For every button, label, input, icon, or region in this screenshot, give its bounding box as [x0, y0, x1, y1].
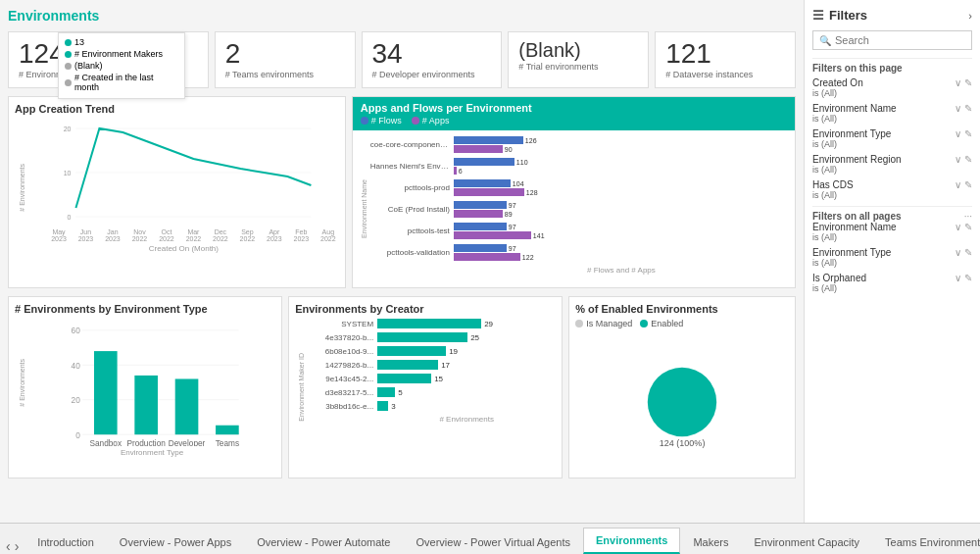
flow-bar-row: 97 [454, 201, 516, 209]
on-all-label: Filters on all pages [812, 211, 902, 222]
creator-name: 4e337820-b... [307, 333, 377, 342]
env-by-creator-card: Environments by Creator Environment Make… [288, 296, 563, 478]
tab-overview-power-virtual-agents[interactable]: Overview - Power Virtual Agents [404, 529, 584, 554]
kpi-teams: 2 # Teams environments [215, 31, 356, 88]
flow-bar [454, 223, 507, 230]
tab-makers[interactable]: Makers [680, 529, 741, 554]
legend-apps-label: # Apps [422, 116, 450, 126]
filter-all-item-is-orphaned: Is Orphaned ∨ ✎ is (All) [812, 273, 972, 293]
flow-bar [454, 244, 507, 252]
act-svg: 20 10 0 [28, 119, 339, 227]
flow-val: 110 [516, 159, 528, 166]
af-row: Hannes Niemi's Environment 110 6 [370, 158, 789, 175]
donut-chart: 124 (100%) [575, 334, 789, 472]
af-row: pcttools-prod 104 128 [370, 179, 789, 196]
filter-value: is (All) [812, 190, 972, 200]
creator-row: 3b8bd16c-e...3 [307, 401, 556, 411]
ebt-y-label: # Environments [19, 359, 25, 407]
ebc-y-label: Environment Maker ID [298, 353, 305, 422]
kpi-trial: (Blank) # Trial environments [508, 31, 649, 88]
app-bar-row: 141 [454, 231, 545, 239]
filters-sidebar: ☰ Filters › 🔍 Filters on this page Creat… [804, 0, 980, 523]
pct-enabled-title: % of Enabled Environments [575, 303, 789, 315]
creator-row: d3e83217-5...5 [307, 387, 556, 397]
apps-flows-card: Apps and Flows per Environment # Flows #… [352, 96, 796, 288]
tabs-container: IntroductionOverview - Power AppsOvervie… [24, 528, 980, 554]
flow-bar-row: 104 [454, 179, 538, 187]
dot-icon [65, 63, 72, 70]
tab-teams-environments[interactable]: Teams Environments [872, 529, 980, 554]
flow-bar [454, 136, 523, 144]
creator-name: 9e143c45-2... [307, 375, 377, 383]
filter-name: Is Orphaned [812, 273, 866, 283]
creator-val: 29 [484, 320, 493, 328]
flow-bar-row: 126 [454, 136, 537, 144]
creator-bar [377, 319, 481, 328]
tab-introduction[interactable]: Introduction [24, 529, 106, 554]
sidebar-collapse-icon[interactable]: › [968, 10, 972, 22]
af-bars-wrap: 97 89 [454, 201, 516, 218]
on-all-more-icon[interactable]: ··· [964, 211, 972, 222]
search-box[interactable]: 🔍 [812, 30, 972, 50]
filter-item-environment-type: Environment Type ∨ ✎ is (All) [812, 128, 972, 149]
flow-val: 97 [509, 224, 516, 230]
tab-environments[interactable]: Environments [583, 528, 680, 554]
env-by-type-card: # Environments by Environment Type # Env… [8, 296, 282, 478]
vbar-rect [175, 378, 199, 434]
tab-prev-btn[interactable]: ‹ [4, 538, 13, 554]
filter-value: is (All) [812, 114, 972, 124]
af-x-label: # Flows and # Apps [370, 266, 789, 275]
filter-name: Environment Name [812, 222, 897, 232]
on-page-filters: Created On ∨ ✎ is (All) Environment Name… [812, 77, 972, 200]
af-bars-wrap: 104 128 [454, 179, 538, 196]
tab-overview-power-apps[interactable]: Overview - Power Apps [107, 529, 244, 554]
filter-icon: ☰ [812, 8, 824, 23]
charts-row-1: App Creation Trend # Environments 20 [8, 96, 796, 288]
tab-bar: ‹ › IntroductionOverview - Power AppsOve… [0, 523, 980, 554]
creator-row: 4e337820-b...25 [307, 332, 556, 342]
creator-bar [377, 387, 395, 397]
app-val: 90 [505, 146, 513, 153]
sidebar-title: ☰ Filters [812, 8, 867, 23]
legend-flows: # Flows [361, 116, 402, 126]
vbar-svg: 0204060SandboxProductionDeveloperTeams [28, 319, 275, 446]
filter-all-item-environment-type: Environment Type ∨ ✎ is (All) [812, 247, 972, 268]
creator-val: 19 [449, 347, 458, 356]
flow-bar [454, 158, 514, 166]
af-y-label: Environment Name [361, 179, 368, 238]
filter-name: Environment Type [812, 128, 891, 139]
ebt-x-label: Environment Type [28, 448, 275, 457]
enabled-label: Enabled [651, 319, 683, 328]
creator-bar [377, 374, 431, 383]
svg-text:0: 0 [75, 431, 80, 440]
svg-text:Developer: Developer [169, 439, 206, 446]
creator-name: SYSTEM [307, 320, 377, 328]
af-row-name: coe-core-components-dev [370, 140, 454, 149]
filter-item-environment-name: Environment Name ∨ ✎ is (All) [812, 103, 972, 124]
flow-bar-row: 110 [454, 158, 528, 166]
app-bar [454, 210, 503, 218]
creator-name: 14279826-b... [307, 361, 377, 370]
filter-value: is (All) [812, 88, 972, 98]
search-input[interactable] [835, 34, 965, 46]
af-row-name: pcttools-test [370, 227, 454, 235]
tab-next-btn[interactable]: › [13, 538, 22, 554]
apps-flows-title: Apps and Flows per Environment [361, 102, 532, 114]
dot-icon [65, 51, 72, 58]
tab-overview-power-automate[interactable]: Overview - Power Automate [244, 529, 403, 554]
svg-text:0: 0 [68, 214, 72, 221]
filter-name: Environment Name [812, 103, 897, 114]
af-row: pcttools-validation 97 122 [370, 244, 789, 261]
filter-all-item-environment-name: Environment Name ∨ ✎ is (All) [812, 222, 972, 242]
app-val: 128 [526, 189, 538, 196]
kpi-tooltip: 13 # Environment Makers (Blank) # Create… [58, 32, 185, 99]
filter-name: Has CDS [812, 179, 854, 190]
sidebar-header: ☰ Filters › [812, 8, 972, 23]
legend-apps: # Apps [412, 116, 450, 126]
tab-environment-capacity[interactable]: Environment Capacity [741, 529, 872, 554]
managed-label: Is Managed [586, 319, 632, 328]
creator-bar [377, 360, 438, 370]
managed-dot [575, 320, 583, 327]
kpi-dataverse: 121 # Dataverse instances [655, 31, 796, 88]
filter-name: Environment Type [812, 247, 891, 258]
